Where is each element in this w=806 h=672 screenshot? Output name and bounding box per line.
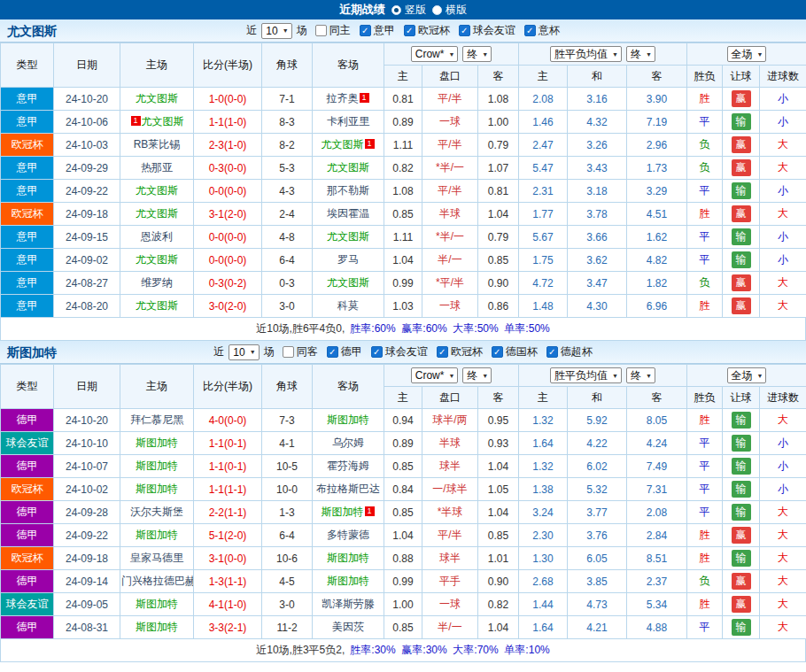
scope-select[interactable]: 全场▼ [727, 367, 767, 383]
away-team-link[interactable]: 埃因霍温 [327, 207, 369, 220]
team-name[interactable]: 尤文图斯 [7, 19, 57, 42]
away-team-link[interactable]: 斯图加特 [327, 552, 369, 564]
home-team-link[interactable]: 斯图加特 [136, 598, 178, 610]
summary-record: 近10场,胜6平4负0, [256, 322, 345, 335]
away-team-link[interactable]: 尤文图斯 [322, 138, 364, 151]
result-cell: 平 [687, 111, 723, 134]
league-filter[interactable]: 意杯 [524, 23, 560, 38]
odds-stage-select[interactable]: 终▼ [462, 367, 492, 383]
checkbox-icon[interactable] [492, 346, 503, 358]
away-team-link[interactable]: 尤文图斯 [327, 230, 369, 243]
home-team-link[interactable]: 尤文图斯 [136, 299, 178, 312]
away-team-link[interactable]: 罗马 [337, 253, 359, 266]
away-team-link[interactable]: 斯图加特 [327, 575, 369, 587]
euro-away-odds: 4.88 [627, 616, 687, 639]
away-team-link[interactable]: 斯图加特 [327, 413, 369, 426]
home-team-link[interactable]: 拜仁慕尼黑 [130, 413, 183, 426]
match-count-select[interactable]: 10▼ [261, 23, 291, 39]
away-team-link[interactable]: 斯图加特 [322, 506, 364, 518]
col-header-euro-home: 主 [519, 387, 568, 409]
home-team-link[interactable]: 尤文图斯 [142, 115, 184, 127]
home-team-link[interactable]: 门兴格拉德巴赫 [121, 575, 194, 587]
checkbox-icon[interactable] [524, 25, 536, 36]
home-team-link[interactable]: 斯图加特 [136, 483, 178, 495]
avg-stage-select[interactable]: 终▼ [626, 367, 655, 383]
checkbox-icon[interactable] [459, 25, 470, 36]
radio-unselected-icon[interactable] [432, 5, 442, 15]
home-team-link[interactable]: 尤文图斯 [136, 207, 178, 220]
away-team-link[interactable]: 霍芬海姆 [327, 460, 369, 472]
home-team-link[interactable]: 皇家马德里 [130, 552, 183, 564]
goals-cell: 小 [760, 111, 806, 134]
home-team-link[interactable]: RB莱比锡 [134, 138, 181, 151]
score-cell: 2-3(1-0) [194, 134, 262, 157]
checkbox-icon[interactable] [371, 346, 383, 358]
away-cell: 斯图加特 [313, 409, 384, 432]
score-cell: 1-1(1-1) [194, 478, 262, 501]
home-team-link[interactable]: 尤文图斯 [136, 253, 178, 266]
corner-cell: 11-2 [262, 616, 313, 639]
away-team-link[interactable]: 凯泽斯劳滕 [322, 598, 375, 610]
goals-cell: 小 [760, 88, 806, 111]
league-filter[interactable]: 欧冠杯 [437, 344, 483, 359]
avg-stage-select[interactable]: 终▼ [626, 46, 655, 62]
checkbox-icon[interactable] [437, 346, 448, 358]
summary-stats: 胜率:30% 赢率:30% 大率:70% 单率:10% [350, 644, 549, 656]
league-filter[interactable]: 同主 [315, 23, 351, 38]
checkbox-icon[interactable] [315, 25, 327, 36]
home-team-link[interactable]: 维罗纳 [141, 276, 173, 289]
league-filter[interactable]: 意甲 [360, 23, 395, 38]
away-team-link[interactable]: 乌尔姆 [332, 436, 364, 449]
scope-select[interactable]: 全场▼ [727, 46, 767, 62]
avg-odds-select[interactable]: 胜平负均值▼ [550, 46, 622, 62]
bookmaker-select[interactable]: Crow*▼ [411, 367, 459, 383]
checkbox-icon[interactable] [360, 25, 371, 36]
league-filter[interactable]: 球会友谊 [371, 344, 428, 359]
odds-stage-select[interactable]: 终▼ [462, 46, 492, 62]
home-team-link[interactable]: 沃尔夫斯堡 [130, 506, 183, 518]
league-filter[interactable]: 德超杯 [546, 344, 593, 359]
home-team-link[interactable]: 斯图加特 [136, 621, 178, 633]
home-team-link[interactable]: 斯图加特 [136, 436, 178, 449]
handicap-result-tag: 赢 [732, 90, 751, 106]
asian-home-odds: 1.08 [384, 180, 422, 203]
away-team-link[interactable]: 布拉格斯巴达 [316, 483, 380, 495]
checkbox-icon[interactable] [404, 25, 415, 36]
match-row: 球会友谊 24-09-05 斯图加特 4-1(1-0) 3-0 凯泽斯劳滕 1.… [1, 593, 806, 616]
league-filter[interactable]: 欧冠杯 [404, 23, 450, 38]
checkbox-icon[interactable] [546, 346, 558, 358]
away-team-link[interactable]: 尤文图斯 [327, 161, 369, 174]
away-team-link[interactable]: 科莫 [337, 299, 359, 312]
handicap-result-cell: 赢 [723, 272, 760, 295]
away-team-link[interactable]: 拉齐奥 [327, 92, 359, 104]
league-filter[interactable]: 德甲 [327, 344, 362, 359]
home-team-link[interactable]: 尤文图斯 [136, 184, 178, 197]
away-team-link[interactable]: 卡利亚里 [327, 115, 369, 127]
match-count-select[interactable]: 10▼ [229, 344, 259, 360]
away-team-link[interactable]: 那不勒斯 [327, 184, 369, 197]
layout-vertical-option[interactable]: 竖版 [391, 3, 426, 18]
home-team-link[interactable]: 斯图加特 [136, 529, 178, 541]
layout-horizontal-option[interactable]: 横版 [432, 3, 467, 18]
euro-draw-odds: 4.22 [568, 432, 627, 455]
avg-odds-select[interactable]: 胜平负均值▼ [550, 367, 622, 383]
home-team-link[interactable]: 热那亚 [141, 161, 173, 174]
league-filter[interactable]: 同客 [283, 344, 318, 359]
home-team-link[interactable]: 斯图加特 [136, 460, 178, 472]
goals-text: 小 [778, 460, 788, 472]
radio-selected-icon[interactable] [391, 5, 401, 15]
away-team-link[interactable]: 尤文图斯 [327, 276, 369, 289]
team-name[interactable]: 斯图加特 [7, 341, 57, 364]
away-team-link[interactable]: 美因茨 [332, 621, 364, 633]
checkbox-icon[interactable] [327, 346, 338, 358]
home-team-link[interactable]: 恩波利 [141, 230, 173, 243]
away-team-link[interactable]: 多特蒙德 [327, 529, 369, 541]
result-cell: 胜 [687, 88, 723, 111]
league-filter[interactable]: 球会友谊 [459, 23, 515, 38]
asian-away-odds: 1.04 [478, 501, 519, 524]
league-filter[interactable]: 德国杯 [492, 344, 538, 359]
asian-home-odds: 1.04 [384, 524, 422, 547]
checkbox-icon[interactable] [283, 346, 294, 358]
home-team-link[interactable]: 尤文图斯 [136, 92, 178, 104]
bookmaker-select[interactable]: Crow*▼ [411, 46, 459, 62]
